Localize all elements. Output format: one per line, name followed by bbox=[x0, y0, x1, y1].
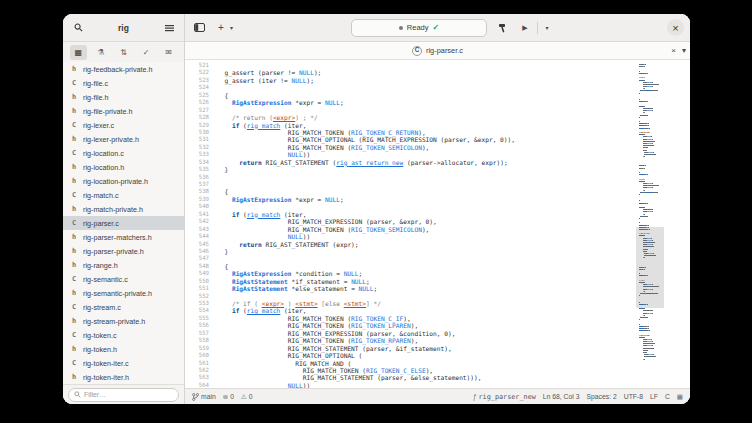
panel-switcher-chat[interactable]: ✉ bbox=[160, 45, 177, 60]
line-number: 554 bbox=[185, 307, 217, 314]
file-item-rig-token-iter.h[interactable]: hrig-token-iter.h bbox=[63, 370, 184, 384]
panel-switcher-build-pipeline[interactable]: ⇅ bbox=[115, 45, 132, 60]
file-name: rig-parser-private.h bbox=[83, 247, 144, 256]
indentation-indicator[interactable]: Spaces: 2 bbox=[586, 393, 616, 400]
new-tab-dropdown-button[interactable]: ▾ bbox=[227, 20, 236, 36]
line-number: 560 bbox=[185, 352, 217, 359]
file-name: rig-token-iter.c bbox=[83, 359, 129, 368]
chat-icon: ✉ bbox=[165, 48, 172, 57]
search-button[interactable] bbox=[70, 20, 86, 36]
code-line: 540 bbox=[185, 203, 690, 210]
omnibar-status-pill[interactable]: Ready ✓ bbox=[351, 19, 487, 37]
panel-switcher-unit-tests[interactable]: ⚗ bbox=[92, 45, 109, 60]
layout-grid-button[interactable]: ▦ bbox=[677, 393, 683, 401]
file-name: rig-range.h bbox=[83, 261, 118, 270]
line-number: 526 bbox=[185, 99, 217, 106]
file-item-rig-feedback-private.h[interactable]: hrig-feedback-private.h bbox=[63, 62, 184, 76]
file-item-rig-location-private.h[interactable]: hrig-location-private.h bbox=[63, 174, 184, 188]
file-item-rig-parser.c[interactable]: Crig-parser.c bbox=[63, 216, 184, 230]
panel-switcher-project-tree[interactable]: ▦ bbox=[70, 45, 87, 60]
file-item-rig-file.c[interactable]: Crig-file.c bbox=[63, 76, 184, 90]
plus-icon: + bbox=[218, 22, 224, 33]
toggle-left-panel-button[interactable] bbox=[191, 20, 207, 36]
code-line: 556 RIG_MATCH_TOKEN (RIG_TOKEN_LPAREN), bbox=[185, 322, 690, 329]
branch-icon bbox=[192, 393, 199, 401]
tab-list-dropdown-button[interactable]: ▾ bbox=[682, 46, 686, 55]
code-line: 530 RIG_MATCH_TOKEN (RIG_TOKEN_C_RETURN)… bbox=[185, 129, 690, 136]
error-icon: ⊗ bbox=[223, 393, 228, 401]
window-close-button[interactable]: × bbox=[667, 19, 684, 36]
tab-rig-parser[interactable]: C rig-parser.c bbox=[412, 46, 463, 56]
code-line: 557 RIG_MATCH_EXPRESSION (parser, &condi… bbox=[185, 330, 690, 337]
file-item-rig-lexer-private.h[interactable]: hrig-lexer-private.h bbox=[63, 132, 184, 146]
code-editor[interactable]: 521522 g_assert (parser != NULL);523 g_a… bbox=[185, 60, 690, 388]
file-item-rig-parser-matchers.h[interactable]: hrig-parser-matchers.h bbox=[63, 230, 184, 244]
code-line: 521 bbox=[185, 62, 690, 69]
header-file-icon: h bbox=[72, 247, 83, 255]
file-item-rig-location.h[interactable]: hrig-location.h bbox=[63, 160, 184, 174]
run-button[interactable]: ▶ bbox=[517, 20, 533, 36]
line-number: 540 bbox=[185, 203, 217, 210]
file-name: rig-stream.c bbox=[83, 303, 121, 312]
language-indicator[interactable]: C bbox=[665, 393, 670, 400]
line-number: 533 bbox=[185, 151, 217, 158]
code-line: 527 bbox=[185, 107, 690, 114]
file-item-rig-lexer.c[interactable]: Crig-lexer.c bbox=[63, 118, 184, 132]
file-item-rig-range.h[interactable]: hrig-range.h bbox=[63, 258, 184, 272]
line-number: 522 bbox=[185, 69, 217, 76]
file-item-rig-token-iter.c[interactable]: Crig-token-iter.c bbox=[63, 356, 184, 370]
project-tree-icon: ▦ bbox=[75, 48, 83, 57]
code-line: 531 RIG_MATCH_OPTIONAL (RIG_MATCH_EXPRES… bbox=[185, 136, 690, 143]
code-line: 558 RIG_MATCH_TOKEN (RIG_TOKEN_RPAREN), bbox=[185, 337, 690, 344]
file-name: rig-file.c bbox=[83, 79, 108, 88]
file-item-rig-file.h[interactable]: hrig-file.h bbox=[63, 90, 184, 104]
cursor-position-indicator[interactable]: Ln 68, Col 3 bbox=[543, 393, 580, 400]
build-project-button[interactable] bbox=[495, 20, 511, 36]
warning-count: 0 bbox=[249, 393, 253, 400]
file-item-rig-location.c[interactable]: Crig-location.c bbox=[63, 146, 184, 160]
c-source-file-icon: C bbox=[72, 121, 83, 129]
error-counter[interactable]: ⊗ 0 bbox=[223, 393, 234, 401]
file-item-rig-semantic.c[interactable]: Crig-semantic.c bbox=[63, 272, 184, 286]
file-item-rig-stream.c[interactable]: Crig-stream.c bbox=[63, 300, 184, 314]
panel-switcher-todo[interactable]: ✓ bbox=[138, 45, 155, 60]
filter-input[interactable]: Filter… bbox=[68, 388, 179, 402]
file-item-rig-match.c[interactable]: Crig-match.c bbox=[63, 188, 184, 202]
minimap[interactable] bbox=[638, 62, 662, 386]
file-item-rig-stream-private.h[interactable]: hrig-stream-private.h bbox=[63, 314, 184, 328]
git-branch-indicator[interactable]: main bbox=[192, 393, 216, 401]
file-item-rig-parser-private.h[interactable]: hrig-parser-private.h bbox=[63, 244, 184, 258]
warning-counter[interactable]: ⚠ 0 bbox=[241, 393, 253, 401]
header-file-icon: h bbox=[72, 107, 83, 115]
line-number: 550 bbox=[185, 278, 217, 285]
tab-close-button[interactable]: × bbox=[671, 46, 676, 55]
line-number: 559 bbox=[185, 345, 217, 352]
code-line: 539 RigAstExpression *expr = NULL; bbox=[185, 196, 690, 203]
line-ending-indicator[interactable]: LF bbox=[650, 393, 658, 400]
language-label: C bbox=[665, 393, 670, 400]
file-name: rig-semantic-private.h bbox=[83, 289, 152, 298]
primary-menu-button[interactable] bbox=[161, 20, 177, 36]
line-number: 521 bbox=[185, 62, 217, 69]
file-item-rig-match-private.h[interactable]: hrig-match-private.h bbox=[63, 202, 184, 216]
run-options-dropdown-button[interactable]: ▾ bbox=[542, 20, 552, 36]
file-item-rig-file-private.h[interactable]: hrig-file-private.h bbox=[63, 104, 184, 118]
current-symbol-indicator[interactable]: ƒ rig_parser_new bbox=[473, 393, 536, 401]
file-item-rig-token.c[interactable]: Crig-token.c bbox=[63, 328, 184, 342]
project-title: rig bbox=[86, 23, 161, 33]
line-number: 539 bbox=[185, 196, 217, 203]
c-source-file-icon: C bbox=[72, 331, 83, 339]
line-number: 530 bbox=[185, 129, 217, 136]
code-line: 542 RIG_MATCH_EXPRESSION (parser, &expr,… bbox=[185, 218, 690, 225]
tab-title-label: rig-parser.c bbox=[426, 46, 463, 55]
line-number: 528 bbox=[185, 114, 217, 121]
file-item-rig-token.h[interactable]: hrig-token.h bbox=[63, 342, 184, 356]
encoding-indicator[interactable]: UTF-8 bbox=[624, 393, 643, 400]
file-item-rig-semantic-private.h[interactable]: hrig-semantic-private.h bbox=[63, 286, 184, 300]
play-icon: ▶ bbox=[522, 24, 527, 32]
omnibar-status-label: Ready bbox=[407, 23, 429, 32]
file-name: rig-file-private.h bbox=[83, 107, 133, 116]
line-number: 555 bbox=[185, 315, 217, 322]
sidebar-header: rig bbox=[63, 14, 184, 42]
header-file-icon: h bbox=[72, 65, 83, 73]
